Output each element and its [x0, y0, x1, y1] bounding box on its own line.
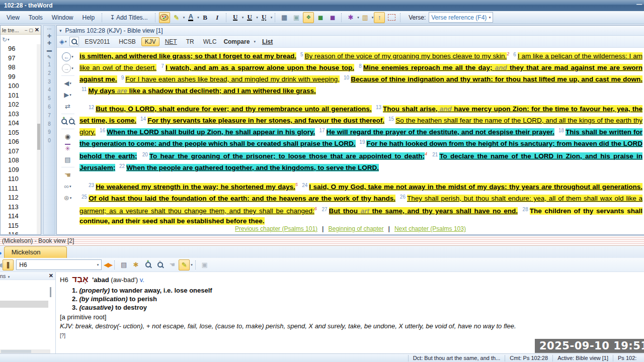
link-dropdown[interactable]: ▾ [69, 185, 71, 189]
copy-icon[interactable]: ▣ [291, 12, 302, 23]
book-view-title-bar[interactable]: (Mickelson) - Book view [2] [0, 236, 644, 246]
sync-views-icon[interactable]: ⇄ [65, 103, 70, 110]
menu-view[interactable]: View [2, 13, 24, 23]
zoom-in-icon[interactable]: + [142, 259, 153, 270]
menu-window[interactable]: Window [47, 13, 78, 23]
tab-net[interactable]: NET [162, 37, 181, 46]
bookmark-slot[interactable]: 0 [48, 137, 51, 145]
selection-box-icon[interactable] [386, 12, 397, 23]
module-dot-icon[interactable]: ● [0, 250, 2, 256]
menu-help[interactable]: Help [78, 13, 100, 23]
zoom-in-icon[interactable]: + [61, 119, 67, 124]
bookmark-slot[interactable]: 8 [48, 120, 51, 129]
next-chapter-link[interactable]: Next chapter (Psalms 103) [394, 225, 466, 232]
topics-list[interactable] [0, 280, 55, 353]
tab-kjv[interactable]: KJV [141, 37, 159, 46]
minimize-button[interactable]: — [636, 1, 642, 7]
zoom-out-icon[interactable]: − [69, 119, 74, 124]
chapter-item[interactable]: 105 [1, 128, 41, 138]
chapter-item[interactable]: 96 [1, 44, 41, 54]
chapter-item[interactable]: 115 [1, 221, 41, 231]
verse-number[interactable]: 15 [388, 116, 394, 122]
chapter-item[interactable]: 104 [1, 119, 41, 128]
tab-esv2011[interactable]: ESV2011 [82, 37, 114, 46]
verse-text[interactable]: Of old hast thou laid the foundation of … [89, 195, 395, 202]
module-select-dropdown[interactable]: ▾ [65, 40, 67, 44]
verse-text[interactable]: When the people are gathered together, a… [126, 164, 379, 171]
topics-scrollbar-thumb[interactable] [50, 287, 51, 297]
footnote-marker[interactable]: 5 [295, 182, 298, 187]
verse-text[interactable]: For thy servants take pleasure in her st… [147, 117, 384, 124]
verse-text[interactable]: To hear the groaning of the prisoner; to… [149, 152, 425, 160]
purple-book-icon[interactable]: ◼ [327, 12, 338, 23]
verse-number[interactable]: 6 [513, 52, 516, 57]
topic-lookup-combobox[interactable]: H6 ▾ [16, 259, 102, 270]
node-tree-icon[interactable]: ❖ [303, 12, 314, 23]
next-verse-icon[interactable]: ▶ [64, 91, 69, 99]
view-layout-icon[interactable]: ▥ [360, 12, 371, 23]
underline-solid-icon[interactable]: U [230, 12, 241, 23]
verse-text[interactable]: He will regard the prayer of the destitu… [327, 128, 554, 136]
document-icon[interactable]: ▤ [64, 156, 70, 163]
verse-number[interactable]: 11 [82, 86, 87, 92]
verse-number[interactable]: 16 [100, 128, 105, 133]
chapter-item[interactable]: 102 [1, 100, 41, 110]
panel-minimize-icon[interactable]: ‒ [25, 28, 27, 33]
chapter-item[interactable]: 112 [1, 193, 41, 203]
verse-number[interactable]: 19 [359, 139, 365, 145]
menu-tools[interactable]: Tools [24, 13, 47, 23]
topics-horizontal-scrollbar[interactable] [0, 349, 50, 353]
highlighter-icon[interactable]: ✎ [179, 259, 190, 270]
verse-text[interactable]: is smitten, and withered like grass; so … [79, 52, 296, 60]
status-commentary[interactable]: Cmt: Ps 102:28 [505, 355, 552, 361]
pen-icon[interactable]: ✎ [47, 54, 51, 61]
verse-text[interactable]: I said, O my God, take me not away in th… [309, 183, 642, 191]
chapter-item[interactable]: 113 [1, 203, 41, 212]
verse-number[interactable]: 21 [432, 152, 438, 157]
beginning-of-chapter-link[interactable]: Beginning of chapter [328, 225, 383, 232]
palette-icon[interactable] [159, 12, 170, 23]
view-layout-dropdown[interactable]: ▾ [372, 16, 374, 20]
drag-handle-icon[interactable]: ⋯ [47, 26, 52, 33]
chapter-item[interactable]: 114 [1, 212, 41, 221]
next-topic-icon[interactable]: ▶ [108, 261, 112, 268]
refresh-dropdown[interactable]: ▾ [8, 38, 10, 42]
verse-text[interactable]: But thou, O LORD, shalt endure for ever;… [96, 105, 371, 113]
verse-number[interactable]: 18 [558, 128, 564, 133]
hand-icon[interactable]: ☚ [64, 170, 71, 179]
history-back-icon[interactable]: ← [62, 52, 71, 61]
tab-mickelson[interactable]: Mickelson [4, 246, 67, 258]
verse-number[interactable]: 20 [142, 152, 148, 157]
underline-dashed-icon[interactable]: U [244, 12, 255, 23]
verse-number[interactable]: 22 [119, 163, 125, 169]
verse-number[interactable]: 14 [140, 116, 146, 122]
zoom-out-icon[interactable]: − [154, 259, 166, 270]
next-verse-dropdown[interactable]: ▾ [69, 93, 71, 97]
previous-chapter-link[interactable]: Previous chapter (Psalms 101) [235, 225, 317, 232]
remove-bookmark-icon[interactable]: ▬ [47, 47, 52, 54]
star-tool-icon[interactable]: ✱ [345, 12, 356, 23]
add-bookmark-list-icon[interactable]: ✚ [47, 40, 51, 47]
font-color-icon[interactable]: A [185, 12, 196, 23]
gear-icon[interactable]: ⊛ [64, 194, 69, 202]
chapter-item[interactable]: 109 [1, 165, 41, 175]
history-forward-dropdown[interactable]: ▾ [71, 66, 73, 70]
bookmark-slot[interactable]: 6 [48, 103, 51, 112]
topic-star-icon[interactable]: ✱ [130, 259, 141, 270]
status-dictionary[interactable]: Dct: But thou art the same, and th... [408, 355, 505, 361]
clipboard-icon[interactable]: ▣ [199, 259, 210, 270]
underline-dotted-icon[interactable]: U [259, 12, 270, 23]
topics-horizontal-thumb[interactable] [1, 350, 31, 353]
chapter-item[interactable]: 106 [1, 137, 41, 147]
tab-compare[interactable]: Compare [220, 37, 253, 46]
chapter-item[interactable]: 108 [1, 156, 41, 165]
verse-number[interactable]: 23 [89, 183, 94, 188]
tab-wlc[interactable]: WLC [200, 37, 220, 46]
chapter-item[interactable]: 107 [1, 147, 41, 156]
add-bookmark-icon[interactable]: ✚ [47, 33, 51, 40]
verse-number[interactable]: 12 [89, 105, 94, 110]
bold-icon[interactable]: B [200, 12, 211, 23]
verse-number[interactable]: 7 [161, 63, 164, 69]
chapter-item[interactable]: 99 [1, 72, 41, 82]
underline-dotted-dropdown[interactable]: ▾ [271, 16, 273, 20]
